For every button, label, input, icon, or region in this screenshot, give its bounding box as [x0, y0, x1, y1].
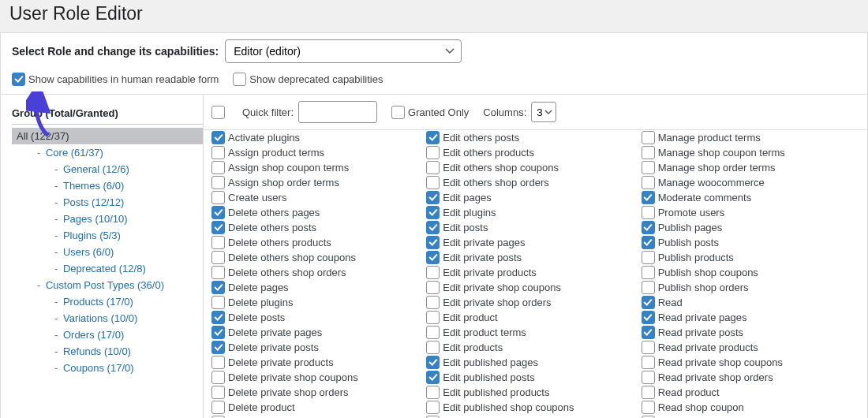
- capability-checkbox[interactable]: [211, 371, 225, 384]
- capability-item[interactable]: Delete plugins: [211, 296, 293, 309]
- capability-checkbox[interactable]: [642, 206, 655, 219]
- capability-item[interactable]: Publish pages: [642, 221, 723, 234]
- deprecated-checkbox[interactable]: [233, 73, 246, 86]
- capability-checkbox[interactable]: [426, 281, 440, 294]
- capability-checkbox[interactable]: [642, 176, 655, 189]
- capability-item[interactable]: Read shop coupon: [642, 401, 744, 414]
- capability-checkbox[interactable]: [642, 236, 655, 249]
- sidebar-item[interactable]: - Plugins (5/3): [12, 227, 203, 244]
- capability-checkbox[interactable]: [642, 296, 655, 309]
- capability-item[interactable]: Manage shop order terms: [642, 161, 776, 174]
- capability-item[interactable]: Edit private posts: [426, 251, 522, 264]
- capability-item[interactable]: Delete product: [211, 401, 295, 414]
- capability-item[interactable]: Edit plugins: [426, 206, 496, 219]
- capability-item[interactable]: Publish shop coupons: [642, 266, 758, 279]
- deprecated-option[interactable]: Show deprecated capabilities: [233, 73, 383, 86]
- sidebar-item[interactable]: - Coupons (17/0): [12, 360, 203, 376]
- capability-checkbox[interactable]: [426, 266, 440, 279]
- capability-item[interactable]: Delete private shop coupons: [211, 371, 358, 384]
- capability-checkbox[interactable]: [642, 131, 655, 144]
- capability-item[interactable]: Read private pages: [642, 311, 747, 324]
- capability-checkbox[interactable]: [211, 386, 225, 399]
- capability-checkbox[interactable]: [642, 326, 655, 339]
- capability-checkbox[interactable]: [642, 146, 655, 159]
- capability-checkbox[interactable]: [211, 251, 225, 264]
- capability-item[interactable]: Edit product: [426, 311, 497, 324]
- sidebar-item[interactable]: - Pages (10/10): [12, 211, 203, 227]
- sidebar-item[interactable]: - Themes (6/0): [12, 177, 203, 194]
- capability-item[interactable]: Delete others posts: [211, 221, 316, 234]
- capability-checkbox[interactable]: [426, 206, 440, 219]
- capability-checkbox[interactable]: [426, 236, 440, 249]
- human-readable-checkbox[interactable]: [12, 73, 25, 86]
- capability-checkbox[interactable]: [426, 176, 440, 189]
- select-all-checkbox[interactable]: [211, 106, 225, 119]
- capability-checkbox[interactable]: [211, 401, 225, 414]
- capability-item[interactable]: Edit published shop coupons: [426, 401, 574, 414]
- capability-item[interactable]: Assign product terms: [211, 146, 324, 159]
- capability-item[interactable]: Publish products: [642, 251, 734, 264]
- capability-item[interactable]: Edit pages: [426, 191, 491, 204]
- capability-checkbox[interactable]: [426, 356, 440, 369]
- capability-item[interactable]: Edit others shop coupons: [426, 161, 559, 174]
- capability-checkbox[interactable]: [642, 251, 655, 264]
- capability-item[interactable]: Activate plugins: [211, 131, 300, 144]
- capability-checkbox[interactable]: [642, 401, 655, 414]
- capability-item[interactable]: Promote users: [642, 206, 725, 219]
- capability-checkbox[interactable]: [211, 206, 225, 219]
- capability-checkbox[interactable]: [426, 131, 440, 144]
- capability-checkbox[interactable]: [426, 161, 440, 174]
- capability-item[interactable]: Manage woocommerce: [642, 176, 765, 189]
- capability-checkbox[interactable]: [426, 146, 440, 159]
- capability-item[interactable]: Edit others shop orders: [426, 176, 548, 189]
- capability-checkbox[interactable]: [211, 131, 225, 144]
- capability-item[interactable]: Publish shop orders: [642, 281, 749, 294]
- capability-checkbox[interactable]: [642, 311, 655, 324]
- sidebar-item[interactable]: - Orders (17/0): [12, 327, 203, 343]
- capability-checkbox[interactable]: [642, 386, 655, 399]
- capability-item[interactable]: Delete posts: [211, 311, 285, 324]
- capability-checkbox[interactable]: [211, 311, 225, 324]
- capability-checkbox[interactable]: [642, 356, 655, 369]
- capability-checkbox[interactable]: [642, 281, 655, 294]
- capability-checkbox[interactable]: [211, 161, 225, 174]
- capability-item[interactable]: Delete others products: [211, 236, 331, 249]
- capability-item[interactable]: Edit published pages: [426, 356, 538, 369]
- sidebar-item[interactable]: - Users (6/0): [12, 244, 203, 260]
- quick-filter-input[interactable]: [298, 101, 377, 123]
- capability-item[interactable]: Read private products: [642, 341, 758, 354]
- sidebar-item[interactable]: - Refunds (10/0): [12, 343, 203, 360]
- capability-checkbox[interactable]: [426, 296, 440, 309]
- capability-item[interactable]: Edit published products: [426, 386, 549, 399]
- capability-item[interactable]: Manage product terms: [642, 131, 761, 144]
- capability-checkbox[interactable]: [426, 386, 440, 399]
- capability-checkbox[interactable]: [211, 341, 225, 354]
- capability-item[interactable]: Assign shop order terms: [211, 176, 339, 189]
- capability-item[interactable]: Read product: [642, 386, 720, 399]
- capability-checkbox[interactable]: [426, 311, 440, 324]
- granted-only-option[interactable]: Granted Only: [391, 106, 469, 119]
- capability-item[interactable]: Edit published posts: [426, 371, 534, 384]
- capability-checkbox[interactable]: [642, 221, 655, 234]
- capability-checkbox[interactable]: [426, 326, 440, 339]
- capability-item[interactable]: Delete others shop orders: [211, 266, 346, 279]
- capability-checkbox[interactable]: [211, 296, 225, 309]
- sidebar-item[interactable]: - Core (61/37): [12, 144, 203, 161]
- capability-checkbox[interactable]: [426, 221, 440, 234]
- capability-checkbox[interactable]: [211, 281, 225, 294]
- capability-item[interactable]: Publish posts: [642, 236, 719, 249]
- human-readable-option[interactable]: Show capabilities in human readable form: [12, 73, 219, 86]
- capability-item[interactable]: Edit product terms: [426, 326, 526, 339]
- capability-item[interactable]: Edit others posts: [426, 131, 519, 144]
- capability-item[interactable]: Edit products: [426, 341, 503, 354]
- capability-checkbox[interactable]: [642, 371, 655, 384]
- capability-item[interactable]: Assign shop coupon terms: [211, 161, 349, 174]
- sidebar-item[interactable]: All (122/37): [12, 128, 203, 144]
- columns-select[interactable]: 3: [531, 102, 556, 122]
- capability-checkbox[interactable]: [211, 356, 225, 369]
- sidebar-item[interactable]: - Variations (10/0): [12, 310, 203, 327]
- capability-item[interactable]: Read private shop orders: [642, 371, 773, 384]
- sidebar-item[interactable]: - General (12/6): [12, 161, 203, 177]
- capability-item[interactable]: Delete private posts: [211, 341, 319, 354]
- capability-item[interactable]: Read private posts: [642, 326, 743, 339]
